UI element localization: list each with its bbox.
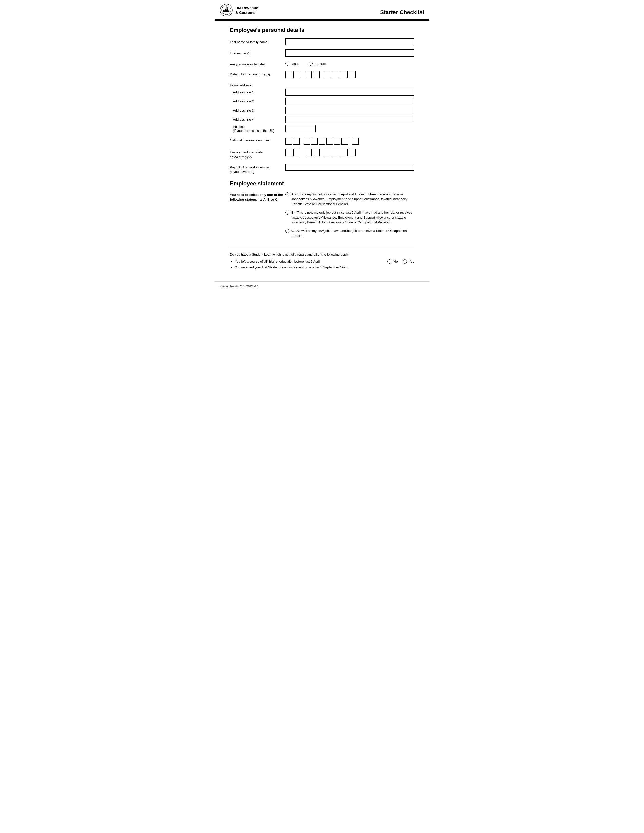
payroll-field [285, 164, 414, 170]
payroll-input[interactable] [285, 164, 414, 170]
ni-box-4[interactable] [311, 138, 318, 145]
gender-male-label: Male [291, 62, 298, 66]
statement-b-radio[interactable] [285, 211, 290, 215]
page-header: ⚚ HM Revenue & Customs Starter Checklist [215, 0, 429, 17]
emp-start-boxes [285, 149, 414, 156]
ni-box-1[interactable] [285, 138, 292, 145]
gender-female-option[interactable]: Female [309, 61, 325, 66]
student-loan-no-label: No [393, 259, 398, 263]
gender-female-label: Female [315, 62, 325, 66]
first-name-row: First name(s) [230, 50, 414, 56]
address-line2-field [285, 98, 414, 105]
ni-box-6[interactable] [326, 138, 333, 145]
stmt-a-ref: A [263, 198, 266, 201]
dob-month-1[interactable] [305, 71, 312, 78]
address-line1-label: Address line 1 [230, 90, 285, 94]
dob-year-4[interactable] [349, 71, 356, 78]
emp-year-2[interactable] [333, 149, 340, 156]
svg-rect-2 [223, 11, 230, 12]
stmt-c-ref: C [275, 198, 277, 201]
dob-year-3[interactable] [341, 71, 348, 78]
employee-statement-heading: Employee statement [230, 180, 414, 187]
postcode-label: Postcode (if your address is in the UK) [230, 125, 285, 132]
statement-c-text: C - As well as my new job, I have anothe… [291, 228, 414, 238]
dob-month-2[interactable] [313, 71, 320, 78]
emp-month-2[interactable] [313, 149, 320, 156]
gender-female-radio[interactable] [309, 61, 313, 66]
statement-b-option: B - This is now my only job but since la… [285, 210, 414, 225]
ni-boxes [285, 137, 414, 145]
last-name-field [285, 39, 414, 45]
gender-male-option[interactable]: Male [285, 61, 298, 66]
address-line3-field [285, 107, 414, 114]
student-loan-bullets: You left a course of UK higher education… [235, 259, 385, 270]
ni-box-3[interactable] [304, 138, 310, 145]
dob-field [285, 71, 414, 78]
payroll-label: Payroll ID or works number (if you have … [230, 164, 285, 174]
ni-field [285, 137, 414, 145]
address-line1-input[interactable] [285, 88, 414, 96]
emp-year-1[interactable] [325, 149, 331, 156]
main-content: Employee's personal details Last name or… [215, 21, 429, 279]
statement-a-text: A - This is my first job since last 6 Ap… [291, 192, 414, 207]
statement-section: You need to select only one of the follo… [230, 192, 414, 242]
student-loan-yes-radio[interactable] [403, 259, 407, 264]
dob-year-1[interactable] [325, 71, 331, 78]
student-loan-yes-option[interactable]: Yes [403, 259, 414, 264]
hmrc-crest-icon: ⚚ [220, 3, 233, 17]
dob-day-1[interactable] [285, 71, 292, 78]
student-loan-no-option[interactable]: No [387, 259, 398, 264]
first-name-input[interactable] [285, 50, 414, 56]
statement-options: A - This is my first job since last 6 Ap… [285, 192, 414, 242]
footer-text: Starter checklist 23102012 v1.1 [220, 285, 259, 288]
ni-box-5[interactable] [319, 138, 325, 145]
statement-intro: You need to select only one of the follo… [230, 192, 285, 202]
home-address-section: Home address Address line 1 Address line… [230, 82, 414, 132]
address-line3-input[interactable] [285, 107, 414, 114]
statement-c-radio[interactable] [285, 229, 290, 233]
ni-box-7[interactable] [334, 138, 340, 145]
emp-day-1[interactable] [285, 149, 292, 156]
address-line2-input[interactable] [285, 98, 414, 105]
emp-year-3[interactable] [341, 149, 348, 156]
gender-radio-group: Male Female [285, 61, 414, 66]
svg-text:⚚: ⚚ [225, 7, 227, 9]
postcode-row: Postcode (if your address is in the UK) [230, 125, 414, 132]
student-loan-row: You left a course of UK higher education… [230, 259, 414, 273]
student-loan-bullet-1: You left a course of UK higher education… [235, 259, 385, 264]
ni-label: National Insurance number [230, 137, 285, 143]
address-line4-label: Address line 4 [230, 117, 285, 121]
logo-text: HM Revenue & Customs [235, 5, 258, 15]
personal-details-heading: Employee's personal details [230, 27, 414, 33]
header-bar [215, 19, 429, 21]
emp-month-1[interactable] [305, 149, 312, 156]
address-line2-row: Address line 2 [230, 98, 414, 105]
address-line2-label: Address line 2 [230, 100, 285, 103]
postcode-input[interactable] [285, 125, 316, 132]
gender-male-radio[interactable] [285, 61, 290, 66]
logo-area: ⚚ HM Revenue & Customs [220, 3, 258, 17]
dob-day-2[interactable] [293, 71, 300, 78]
student-loan-question: Do you have a Student Loan which is not … [230, 252, 414, 256]
ni-box-8[interactable] [341, 138, 348, 145]
statement-a-radio[interactable] [285, 192, 290, 196]
dob-boxes [285, 71, 414, 78]
page-footer: Starter checklist 23102012 v1.1 [215, 281, 429, 291]
last-name-input[interactable] [285, 39, 414, 45]
gender-label: Are you male or female? [230, 61, 285, 67]
dob-row: Date of birth eg dd mm yyyy [230, 71, 414, 78]
page-title: Starter Checklist [380, 9, 424, 17]
emp-day-2[interactable] [293, 149, 300, 156]
address-line4-input[interactable] [285, 116, 414, 123]
ni-box-2[interactable] [293, 138, 299, 145]
address-line3-label: Address line 3 [230, 109, 285, 113]
dob-label: Date of birth eg dd mm yyyy [230, 71, 285, 77]
first-name-label: First name(s) [230, 50, 285, 56]
dob-year-2[interactable] [333, 71, 340, 78]
address-line4-field [285, 116, 414, 123]
emp-year-4[interactable] [349, 149, 356, 156]
student-loan-yes-label: Yes [409, 259, 414, 263]
emp-start-row: Employment start date eg dd mm yyyy [230, 149, 414, 159]
student-loan-no-radio[interactable] [387, 259, 391, 264]
ni-box-9[interactable] [352, 138, 359, 145]
